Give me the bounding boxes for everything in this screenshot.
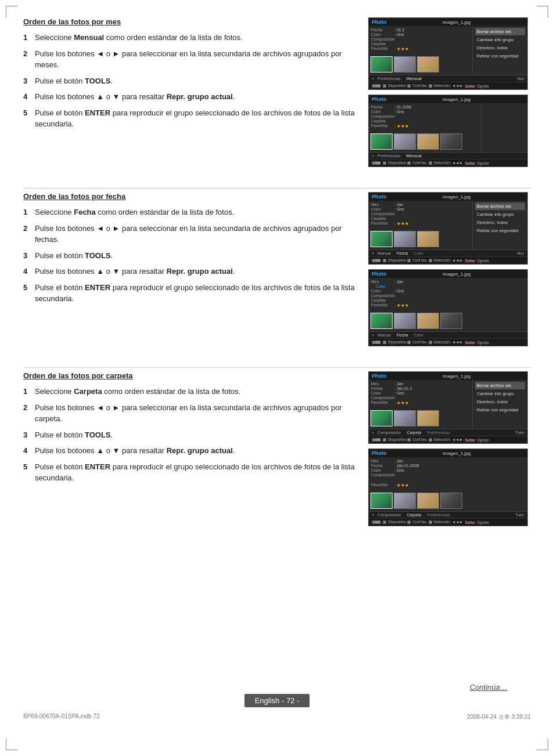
pref-bar: ≡ Preferencias Mensual (369, 152, 527, 159)
photo-title: Imagen_1.jpg (389, 194, 525, 200)
continua-text: Continúa… (470, 683, 508, 692)
step-text: Seleccione Carpeta como orden estándar d… (35, 386, 358, 397)
photo-thumbs (369, 408, 472, 429)
opcion-label: Opción (477, 84, 490, 88)
photo-thumbs (369, 310, 481, 331)
step-num: 1 (23, 32, 31, 44)
page-number: English - 72 - (244, 694, 310, 707)
opcion-label: Opción (477, 161, 490, 165)
step-fecha-5: 5 Pulse el botón ENTER para reproducir e… (23, 282, 358, 305)
bottom-text: ▦ Dispositivo ▦ Conf.fav. ▦ Selección: ◄… (383, 258, 463, 263)
pref-value: Mensual (406, 154, 421, 158)
saltar-label: Saltar (465, 520, 475, 525)
pref-extra: Preferencias (427, 513, 449, 517)
section-fecha-title: Orden de las fotos por fecha (23, 192, 358, 201)
usb-icon: USB (372, 520, 381, 524)
photo-thumbs (369, 131, 481, 152)
menu-item[interactable]: Deselecc. todos (475, 44, 525, 52)
page-num: - 72 - (282, 696, 299, 705)
step-text: Pulse el botón TOOLS. (35, 250, 358, 262)
menu-item[interactable]: Deselecc. todos (475, 398, 525, 406)
photo-label: Photo (372, 96, 387, 102)
photo-ui-mes-2: Photo Imagen_1.jpg Fecha: 01.2008 Color:… (368, 95, 528, 167)
bottom-text: ▦ Dispositivo ▦ Conf.fav. ▦ Selección: ◄… (383, 437, 463, 442)
photo-info: Mes: Jan Fecha: Jan.01.2008 Color: Gris … (369, 457, 481, 490)
pref-value: Fecha (397, 333, 408, 337)
photo-bottom-bar: USB ▦ Dispositivo ▦ Conf.fav. ▦ Selecció… (369, 256, 527, 264)
photo-header: Photo Imagen_1.jpg (369, 270, 527, 278)
step-text: Seleccione Mensual como orden estándar d… (35, 32, 358, 44)
section-mes-images: Photo Imagen_1.jpg Fecha: 01.2 Color: Gr… (368, 17, 531, 167)
menu-item[interactable]: Cambiar info grupo (475, 36, 525, 44)
step-mes-5: 5 Pulse el botón ENTER para reproducir e… (23, 107, 358, 130)
opcion-label: Opción (477, 520, 490, 525)
step-num: 5 (23, 282, 31, 305)
pref-value: Carpeta (407, 431, 422, 435)
opcion-label: Opción (477, 341, 490, 345)
step-text: Pulse los botones ◄ o ► para seleccionar… (35, 402, 358, 425)
footer-file-info: BP68-00670A-01SPA.indb 72 2008-04-24 오후 … (23, 713, 531, 721)
menu-item[interactable]: Deselecc. todos (475, 219, 525, 226)
pref-bar: ≡ Manual Fecha Color Nov (369, 249, 527, 256)
page: Orden de las fotos por mes 1 Seleccione … (0, 0, 554, 756)
step-text: Pulse el botón ENTER para reproducir el … (35, 107, 358, 130)
menu-item[interactable]: Cambiar info grupo (475, 390, 525, 397)
photo-content: Mes: Jan Fecha: Jan.01.2008 Color: Gris … (369, 457, 527, 511)
photo-ui-fecha-2: Photo Imagen_1.jpg Mes: Jan Color Color:… (368, 269, 528, 346)
menu-item[interactable]: Retirar con seguridad (475, 406, 525, 414)
step-text: Pulse el botón TOOLS. (35, 429, 358, 441)
photo-content: Mes: Jan Color Color: Gris Composición: … (369, 278, 527, 331)
photo-content: Mes: Jan Color: Gris Composición: Carpet… (369, 201, 527, 249)
bottom-text: ▦ Dispositivo ▦ Conf.fav. ▦ Selección: ◄… (383, 340, 463, 345)
step-fecha-4: 4 Pulse los botones ▲ o ▼ para resaltar … (23, 266, 358, 277)
photo-info: Mes: Jan Color Color: Gris Composición: … (369, 278, 481, 310)
photo-title: Imagen_1.jpg (389, 20, 525, 25)
step-num: 5 (23, 461, 31, 484)
pref-label: Preferencias (377, 77, 400, 81)
opcion-label: Opción (477, 259, 490, 263)
menu-item[interactable]: Retirar con seguridad (475, 227, 525, 234)
step-num: 3 (23, 75, 31, 87)
photo-info: Fecha: 01.2 Color: Gris Composición: Car… (369, 26, 472, 54)
pref-label: Composición (377, 513, 401, 517)
photo-title: Imagen_1.jpg (389, 272, 525, 277)
menu-item[interactable]: Borrar archivo sel. (475, 382, 525, 389)
step-carpeta-4: 4 Pulse los botones ▲ o ▼ para resaltar … (23, 445, 358, 457)
section-carpeta-images: Photo Imagen_1.jpg Mes: Jan Fecha: Jan.0… (368, 371, 531, 526)
section-carpeta-title: Orden de las fotos por carpeta (23, 371, 358, 380)
step-fecha-2: 2 Pulse los botones ◄ o ► para seleccion… (23, 223, 358, 245)
step-carpeta-2: 2 Pulse los botones ◄ o ► para seleccion… (23, 402, 358, 425)
photo-title: Imagen_1.jpg (389, 374, 525, 379)
photo-bottom-bar: USB ▦ Dispositivo ▦ Conf.fav. ▦ Selecció… (369, 436, 527, 443)
photo-title: Imagen_1.jpg (389, 451, 525, 456)
menu-item[interactable]: Cambiar info grupo (475, 211, 525, 218)
photo-bottom-bar: USB ▦ Dispositivo ▦ Conf.fav. ▦ Selecció… (369, 159, 527, 167)
opcion-label: Opción (477, 438, 490, 442)
step-text: Pulse los botones ▲ o ▼ para resaltar Re… (35, 266, 358, 277)
section-fecha-text: Orden de las fotos por fecha 1 Seleccion… (23, 192, 358, 346)
menu-item[interactable]: Borrar archivo sel. (475, 202, 525, 210)
pref-value: Mensual (406, 77, 421, 81)
bottom-text: ▦ Dispositivo ▦ Conf.fav. ▦ Selección: ◄… (383, 520, 463, 525)
step-text: Pulse los botones ▲ o ▼ para resaltar Re… (35, 445, 358, 457)
photo-header: Photo Imagen_1.jpg (369, 18, 527, 26)
pref-label: Composición (377, 431, 401, 435)
saltar-label: Saltar (465, 161, 475, 165)
pref-bar: ≡ Preferencias Mensual Nov (369, 75, 527, 82)
usb-icon: USB (372, 341, 381, 344)
pref-bar: ≡ Manual Fecha Color (369, 331, 527, 338)
step-num: 2 (23, 48, 31, 71)
photo-bottom-bar: USB ▦ Dispositivo ▦ Conf.fav. ▦ Selecció… (369, 518, 527, 526)
file-right: 2008-04-24 오후 3:28:31 (467, 713, 531, 721)
photo-content: Mes: Jan Fecha: Jan.01.2 Color: Gris Com… (369, 380, 527, 429)
menu-item[interactable]: Retirar con seguridad (475, 52, 525, 60)
usb-icon: USB (372, 438, 381, 442)
menu-item[interactable]: Borrar archivo sel. (475, 28, 525, 35)
photo-label: Photo (372, 271, 387, 277)
section-mes-title: Orden de las fotos por mes (23, 17, 358, 26)
pref-bar: ≡ Composición Carpeta Preferencias Tuen (369, 511, 527, 518)
section-mes: Orden de las fotos por mes 1 Seleccione … (23, 17, 531, 167)
step-carpeta-5: 5 Pulse el botón ENTER para reproducir e… (23, 461, 358, 484)
photo-ui-carpeta-2: Photo Imagen_1.jpg Mes: Jan Fecha: Jan.0… (368, 448, 528, 526)
step-text: Pulse los botones ◄ o ► para seleccionar… (35, 223, 358, 245)
